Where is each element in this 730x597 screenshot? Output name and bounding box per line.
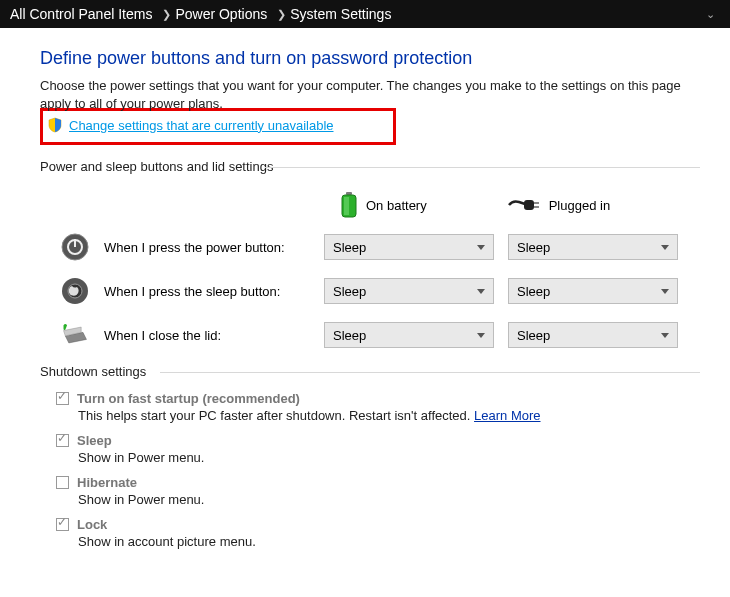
change-settings-link[interactable]: Change settings that are currently unava… bbox=[69, 118, 334, 133]
shutdown-item-fast: Turn on fast startup (recommended) This … bbox=[56, 391, 700, 423]
chevron-right-icon: ❯ bbox=[277, 8, 286, 21]
breadcrumb-item-power[interactable]: Power Options bbox=[175, 6, 267, 22]
breadcrumb: All Control Panel Items ❯ Power Options … bbox=[0, 0, 730, 28]
desc-fast-startup: This helps start your PC faster after sh… bbox=[78, 408, 700, 423]
label-lock: Lock bbox=[77, 517, 107, 532]
column-battery-label: On battery bbox=[366, 198, 427, 213]
page-description: Choose the power settings that you want … bbox=[40, 77, 700, 112]
label-hibernate: Hibernate bbox=[77, 475, 137, 490]
battery-icon bbox=[340, 192, 358, 218]
shield-icon bbox=[47, 117, 63, 133]
shutdown-settings-list: Turn on fast startup (recommended) This … bbox=[56, 391, 700, 549]
row-power-button: When I press the power button: Sleep Sle… bbox=[40, 232, 700, 262]
label-fast-startup: Turn on fast startup (recommended) bbox=[77, 391, 300, 406]
shutdown-item-lock: Lock Show in account picture menu. bbox=[56, 517, 700, 549]
sleep-button-icon bbox=[60, 276, 90, 306]
select-power-plugged[interactable]: Sleep bbox=[508, 234, 678, 260]
row-lid: When I close the lid: Sleep Sleep bbox=[40, 320, 700, 350]
svg-rect-4 bbox=[534, 202, 539, 204]
column-headers: On battery Plugged in bbox=[340, 192, 700, 218]
power-button-icon bbox=[60, 232, 90, 262]
desc-sleep: Show in Power menu. bbox=[78, 450, 700, 465]
desc-lock: Show in account picture menu. bbox=[78, 534, 700, 549]
select-sleep-battery[interactable]: Sleep bbox=[324, 278, 494, 304]
column-plugged-label: Plugged in bbox=[549, 198, 610, 213]
page-title: Define power buttons and turn on passwor… bbox=[40, 48, 700, 69]
plug-icon bbox=[507, 196, 541, 214]
row-sleep-button: When I press the sleep button: Sleep Sle… bbox=[40, 276, 700, 306]
checkbox-hibernate[interactable] bbox=[56, 476, 69, 489]
lid-icon bbox=[60, 320, 90, 350]
svg-rect-2 bbox=[344, 197, 349, 215]
breadcrumb-item-all[interactable]: All Control Panel Items bbox=[10, 6, 152, 22]
shutdown-item-sleep: Sleep Show in Power menu. bbox=[56, 433, 700, 465]
svg-rect-3 bbox=[524, 200, 534, 210]
chevron-down-icon[interactable]: ⌄ bbox=[706, 8, 720, 21]
highlight-annotation: Change settings that are currently unava… bbox=[40, 108, 396, 145]
select-power-battery[interactable]: Sleep bbox=[324, 234, 494, 260]
svg-rect-5 bbox=[534, 206, 539, 208]
row-lid-label: When I close the lid: bbox=[104, 328, 324, 343]
learn-more-link[interactable]: Learn More bbox=[474, 408, 540, 423]
group-header-buttons: Power and sleep buttons and lid settings bbox=[40, 159, 700, 174]
svg-rect-9 bbox=[74, 239, 76, 247]
row-power-label: When I press the power button: bbox=[104, 240, 324, 255]
breadcrumb-item-system[interactable]: System Settings bbox=[290, 6, 391, 22]
checkbox-fast-startup[interactable] bbox=[56, 392, 69, 405]
shutdown-item-hibernate: Hibernate Show in Power menu. bbox=[56, 475, 700, 507]
desc-hibernate: Show in Power menu. bbox=[78, 492, 700, 507]
group-header-shutdown: Shutdown settings bbox=[40, 364, 700, 379]
chevron-right-icon: ❯ bbox=[162, 8, 171, 21]
select-sleep-plugged[interactable]: Sleep bbox=[508, 278, 678, 304]
checkbox-lock[interactable] bbox=[56, 518, 69, 531]
checkbox-sleep[interactable] bbox=[56, 434, 69, 447]
row-sleep-label: When I press the sleep button: bbox=[104, 284, 324, 299]
select-lid-plugged[interactable]: Sleep bbox=[508, 322, 678, 348]
label-sleep: Sleep bbox=[77, 433, 112, 448]
select-lid-battery[interactable]: Sleep bbox=[324, 322, 494, 348]
